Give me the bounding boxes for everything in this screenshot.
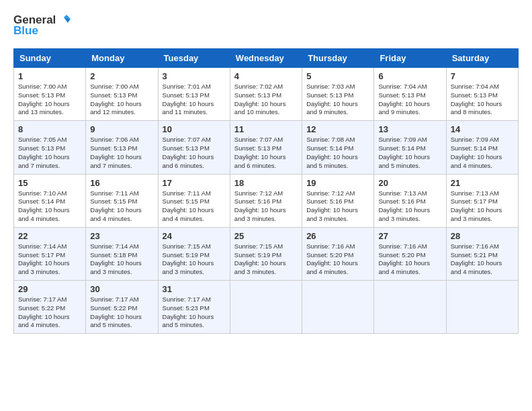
day-number: 15 [18,178,81,188]
calendar-week-4: 22Sunrise: 7:14 AMSunset: 5:17 PMDayligh… [14,227,519,280]
calendar-week-2: 8Sunrise: 7:05 AMSunset: 5:13 PMDaylight… [14,121,519,174]
calendar-cell: 10Sunrise: 7:07 AMSunset: 5:13 PMDayligh… [158,121,230,174]
cell-info: Sunrise: 7:14 AMSunset: 5:17 PMDaylight:… [18,242,81,277]
calendar-cell: 3Sunrise: 7:01 AMSunset: 5:13 PMDaylight… [158,68,230,121]
calendar-week-5: 29Sunrise: 7:17 AMSunset: 5:22 PMDayligh… [14,281,519,334]
page-header: General Blue [13,13,519,38]
cell-info: Sunrise: 7:17 AMSunset: 5:23 PMDaylight:… [163,295,226,330]
logo-bird-icon [57,13,71,27]
calendar-cell [302,281,374,334]
day-number: 6 [378,71,441,81]
calendar-cell: 23Sunrise: 7:14 AMSunset: 5:18 PMDayligh… [86,227,158,280]
day-number: 24 [163,231,226,241]
calendar-cell: 29Sunrise: 7:17 AMSunset: 5:22 PMDayligh… [14,281,86,334]
day-number: 3 [163,71,226,81]
calendar-cell: 25Sunrise: 7:15 AMSunset: 5:19 PMDayligh… [230,227,302,280]
day-number: 8 [18,124,81,134]
calendar-cell: 18Sunrise: 7:12 AMSunset: 5:16 PMDayligh… [230,174,302,227]
cell-info: Sunrise: 7:07 AMSunset: 5:13 PMDaylight:… [234,136,298,170]
cell-info: Sunrise: 7:17 AMSunset: 5:22 PMDaylight:… [18,295,81,330]
day-number: 1 [18,71,81,81]
calendar-cell: 16Sunrise: 7:11 AMSunset: 5:15 PMDayligh… [86,174,158,227]
calendar-cell: 24Sunrise: 7:15 AMSunset: 5:19 PMDayligh… [158,227,230,280]
calendar-cell [446,281,518,334]
day-number: 19 [306,178,369,188]
cell-info: Sunrise: 7:07 AMSunset: 5:13 PMDaylight:… [163,136,226,170]
calendar-cell: 22Sunrise: 7:14 AMSunset: 5:17 PMDayligh… [14,227,86,280]
calendar-cell: 31Sunrise: 7:17 AMSunset: 5:23 PMDayligh… [158,281,230,334]
cell-info: Sunrise: 7:09 AMSunset: 5:14 PMDaylight:… [378,136,441,170]
cell-info: Sunrise: 7:11 AMSunset: 5:15 PMDaylight:… [163,189,226,224]
calendar-week-1: 1Sunrise: 7:00 AMSunset: 5:13 PMDaylight… [14,68,519,121]
logo: General Blue [13,13,71,38]
cell-info: Sunrise: 7:02 AMSunset: 5:13 PMDaylight:… [234,83,298,117]
calendar-cell: 13Sunrise: 7:09 AMSunset: 5:14 PMDayligh… [374,121,446,174]
weekday-header-tuesday: Tuesday [158,49,230,68]
weekday-header-wednesday: Wednesday [230,49,302,68]
day-number: 29 [18,284,81,294]
cell-info: Sunrise: 7:05 AMSunset: 5:13 PMDaylight:… [18,136,81,170]
day-number: 17 [163,178,226,188]
calendar-cell: 20Sunrise: 7:13 AMSunset: 5:16 PMDayligh… [374,174,446,227]
cell-info: Sunrise: 7:12 AMSunset: 5:16 PMDaylight:… [306,189,369,224]
cell-info: Sunrise: 7:00 AMSunset: 5:13 PMDaylight:… [90,83,153,117]
weekday-header-friday: Friday [374,49,446,68]
day-number: 5 [306,71,369,81]
calendar-cell: 12Sunrise: 7:08 AMSunset: 5:14 PMDayligh… [302,121,374,174]
cell-info: Sunrise: 7:00 AMSunset: 5:13 PMDaylight:… [18,83,81,117]
cell-info: Sunrise: 7:16 AMSunset: 5:20 PMDaylight:… [378,242,441,277]
cell-info: Sunrise: 7:13 AMSunset: 5:16 PMDaylight:… [378,189,441,224]
day-number: 10 [163,124,226,134]
cell-info: Sunrise: 7:16 AMSunset: 5:20 PMDaylight:… [306,242,369,277]
cell-info: Sunrise: 7:04 AMSunset: 5:13 PMDaylight:… [451,83,514,117]
cell-info: Sunrise: 7:17 AMSunset: 5:22 PMDaylight:… [90,295,153,330]
day-number: 18 [234,178,298,188]
day-number: 31 [163,284,226,294]
calendar-cell: 1Sunrise: 7:00 AMSunset: 5:13 PMDaylight… [14,68,86,121]
cell-info: Sunrise: 7:14 AMSunset: 5:18 PMDaylight:… [90,242,153,277]
calendar-cell: 19Sunrise: 7:12 AMSunset: 5:16 PMDayligh… [302,174,374,227]
calendar-cell: 26Sunrise: 7:16 AMSunset: 5:20 PMDayligh… [302,227,374,280]
day-number: 9 [90,124,153,134]
weekday-header-sunday: Sunday [14,49,86,68]
cell-info: Sunrise: 7:13 AMSunset: 5:17 PMDaylight:… [451,189,514,224]
calendar-cell: 28Sunrise: 7:16 AMSunset: 5:21 PMDayligh… [446,227,518,280]
day-number: 25 [234,231,298,241]
weekday-header-row: SundayMondayTuesdayWednesdayThursdayFrid… [14,49,519,68]
day-number: 13 [378,124,441,134]
cell-info: Sunrise: 7:06 AMSunset: 5:13 PMDaylight:… [90,136,153,170]
cell-info: Sunrise: 7:08 AMSunset: 5:14 PMDaylight:… [306,136,369,170]
day-number: 26 [306,231,369,241]
logo-blue: Blue [13,24,38,38]
day-number: 14 [451,124,514,134]
cell-info: Sunrise: 7:15 AMSunset: 5:19 PMDaylight:… [163,242,226,277]
day-number: 22 [18,231,81,241]
weekday-header-saturday: Saturday [446,49,518,68]
calendar-table: SundayMondayTuesdayWednesdayThursdayFrid… [13,48,519,334]
day-number: 16 [90,178,153,188]
day-number: 11 [234,124,298,134]
day-number: 20 [378,178,441,188]
calendar-cell: 14Sunrise: 7:09 AMSunset: 5:14 PMDayligh… [446,121,518,174]
calendar-cell: 17Sunrise: 7:11 AMSunset: 5:15 PMDayligh… [158,174,230,227]
calendar-week-3: 15Sunrise: 7:10 AMSunset: 5:14 PMDayligh… [14,174,519,227]
cell-info: Sunrise: 7:04 AMSunset: 5:13 PMDaylight:… [378,83,441,117]
calendar-cell: 9Sunrise: 7:06 AMSunset: 5:13 PMDaylight… [86,121,158,174]
calendar-cell: 30Sunrise: 7:17 AMSunset: 5:22 PMDayligh… [86,281,158,334]
cell-info: Sunrise: 7:15 AMSunset: 5:19 PMDaylight:… [234,242,298,277]
calendar-cell: 11Sunrise: 7:07 AMSunset: 5:13 PMDayligh… [230,121,302,174]
day-number: 7 [451,71,514,81]
calendar-cell [230,281,302,334]
cell-info: Sunrise: 7:11 AMSunset: 5:15 PMDaylight:… [90,189,153,224]
calendar-cell: 6Sunrise: 7:04 AMSunset: 5:13 PMDaylight… [374,68,446,121]
calendar-cell: 8Sunrise: 7:05 AMSunset: 5:13 PMDaylight… [14,121,86,174]
day-number: 30 [90,284,153,294]
day-number: 2 [90,71,153,81]
day-number: 23 [90,231,153,241]
cell-info: Sunrise: 7:09 AMSunset: 5:14 PMDaylight:… [451,136,514,170]
calendar-cell: 5Sunrise: 7:03 AMSunset: 5:13 PMDaylight… [302,68,374,121]
calendar-cell: 21Sunrise: 7:13 AMSunset: 5:17 PMDayligh… [446,174,518,227]
day-number: 4 [234,71,298,81]
weekday-header-thursday: Thursday [302,49,374,68]
day-number: 12 [306,124,369,134]
